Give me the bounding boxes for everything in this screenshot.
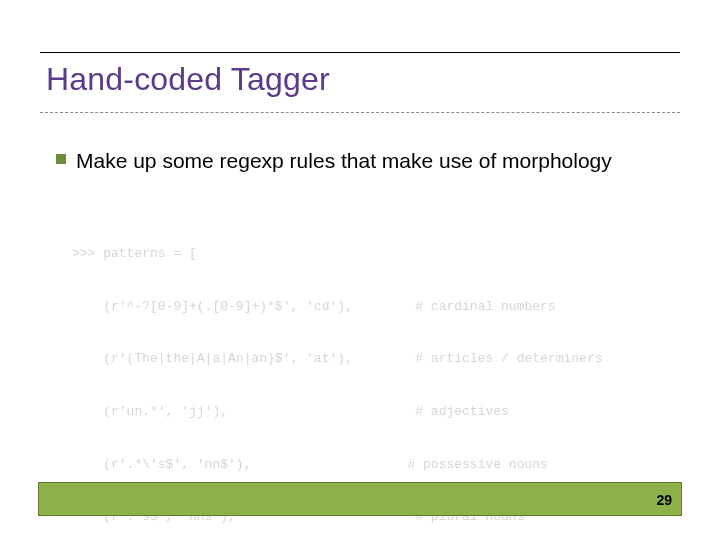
slide-title: Hand-coded Tagger [46,61,674,98]
slide: Hand-coded Tagger Make up some regexp ru… [0,0,720,540]
title-box: Hand-coded Tagger [40,52,680,113]
code-line: (r'un.*', 'jj'), # adjectives [72,403,672,421]
page-number: 29 [656,492,672,508]
code-line: (r'.*\'s$', 'nn$'), # possessive nouns [72,456,672,474]
code-line: (r'(The|the|A|a|An|an)$', 'at'), # artic… [72,350,672,368]
footer-bar [38,482,682,516]
bullet-icon [56,154,66,164]
bullet-text: Make up some regexp rules that make use … [76,148,612,174]
code-line: (r'^-?[0-9]+(.[0-9]+)*$', 'cd'), # cardi… [72,298,672,316]
bullet-item: Make up some regexp rules that make use … [56,148,656,174]
code-line: >>> patterns = [ [72,245,672,263]
